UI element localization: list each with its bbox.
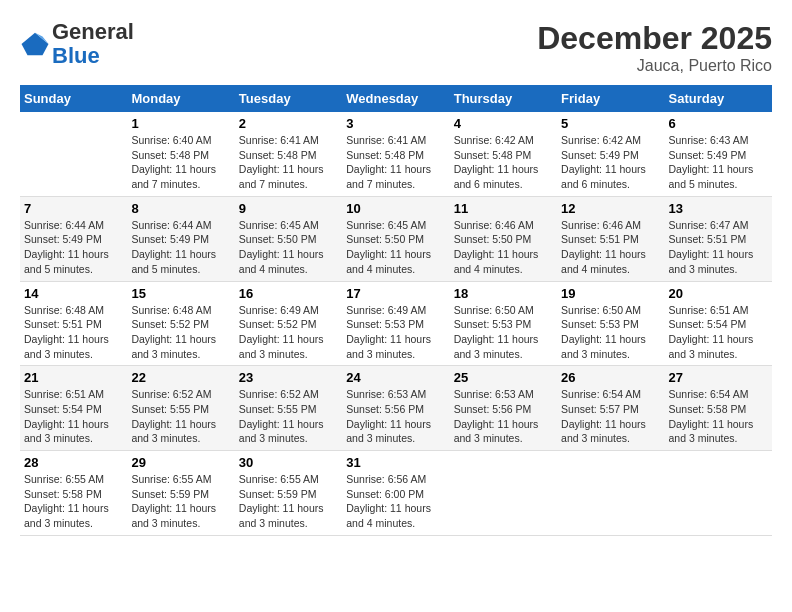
calendar-cell: 12Sunrise: 6:46 AM Sunset: 5:51 PM Dayli… — [557, 196, 664, 281]
day-info: Sunrise: 6:46 AM Sunset: 5:50 PM Dayligh… — [454, 218, 553, 277]
day-info: Sunrise: 6:50 AM Sunset: 5:53 PM Dayligh… — [561, 303, 660, 362]
day-info: Sunrise: 6:42 AM Sunset: 5:49 PM Dayligh… — [561, 133, 660, 192]
header-monday: Monday — [127, 85, 234, 112]
calendar-cell: 9Sunrise: 6:45 AM Sunset: 5:50 PM Daylig… — [235, 196, 342, 281]
day-info: Sunrise: 6:53 AM Sunset: 5:56 PM Dayligh… — [346, 387, 445, 446]
calendar-cell: 25Sunrise: 6:53 AM Sunset: 5:56 PM Dayli… — [450, 366, 557, 451]
day-number: 27 — [669, 370, 768, 385]
calendar-cell: 29Sunrise: 6:55 AM Sunset: 5:59 PM Dayli… — [127, 451, 234, 536]
logo: General Blue — [20, 20, 134, 68]
day-info: Sunrise: 6:48 AM Sunset: 5:52 PM Dayligh… — [131, 303, 230, 362]
day-info: Sunrise: 6:46 AM Sunset: 5:51 PM Dayligh… — [561, 218, 660, 277]
title-block: December 2025 Jauca, Puerto Rico — [537, 20, 772, 75]
calendar-week-row: 21Sunrise: 6:51 AM Sunset: 5:54 PM Dayli… — [20, 366, 772, 451]
day-number: 17 — [346, 286, 445, 301]
day-info: Sunrise: 6:53 AM Sunset: 5:56 PM Dayligh… — [454, 387, 553, 446]
calendar-cell: 23Sunrise: 6:52 AM Sunset: 5:55 PM Dayli… — [235, 366, 342, 451]
calendar-week-row: 7Sunrise: 6:44 AM Sunset: 5:49 PM Daylig… — [20, 196, 772, 281]
day-number: 19 — [561, 286, 660, 301]
calendar-cell: 28Sunrise: 6:55 AM Sunset: 5:58 PM Dayli… — [20, 451, 127, 536]
calendar-cell: 24Sunrise: 6:53 AM Sunset: 5:56 PM Dayli… — [342, 366, 449, 451]
svg-marker-0 — [22, 33, 49, 56]
day-number: 14 — [24, 286, 123, 301]
calendar-cell: 18Sunrise: 6:50 AM Sunset: 5:53 PM Dayli… — [450, 281, 557, 366]
day-number: 13 — [669, 201, 768, 216]
calendar-cell: 19Sunrise: 6:50 AM Sunset: 5:53 PM Dayli… — [557, 281, 664, 366]
day-number: 21 — [24, 370, 123, 385]
calendar-header-row: SundayMondayTuesdayWednesdayThursdayFrid… — [20, 85, 772, 112]
calendar-cell: 8Sunrise: 6:44 AM Sunset: 5:49 PM Daylig… — [127, 196, 234, 281]
calendar-cell: 7Sunrise: 6:44 AM Sunset: 5:49 PM Daylig… — [20, 196, 127, 281]
day-number: 11 — [454, 201, 553, 216]
calendar-cell — [665, 451, 772, 536]
calendar-cell: 15Sunrise: 6:48 AM Sunset: 5:52 PM Dayli… — [127, 281, 234, 366]
header-thursday: Thursday — [450, 85, 557, 112]
day-number: 5 — [561, 116, 660, 131]
day-info: Sunrise: 6:52 AM Sunset: 5:55 PM Dayligh… — [239, 387, 338, 446]
calendar-cell: 20Sunrise: 6:51 AM Sunset: 5:54 PM Dayli… — [665, 281, 772, 366]
day-info: Sunrise: 6:51 AM Sunset: 5:54 PM Dayligh… — [24, 387, 123, 446]
day-info: Sunrise: 6:55 AM Sunset: 5:59 PM Dayligh… — [131, 472, 230, 531]
day-info: Sunrise: 6:41 AM Sunset: 5:48 PM Dayligh… — [239, 133, 338, 192]
calendar-cell: 1Sunrise: 6:40 AM Sunset: 5:48 PM Daylig… — [127, 112, 234, 196]
calendar-cell: 13Sunrise: 6:47 AM Sunset: 5:51 PM Dayli… — [665, 196, 772, 281]
calendar-cell: 3Sunrise: 6:41 AM Sunset: 5:48 PM Daylig… — [342, 112, 449, 196]
header-saturday: Saturday — [665, 85, 772, 112]
day-info: Sunrise: 6:51 AM Sunset: 5:54 PM Dayligh… — [669, 303, 768, 362]
calendar-week-row: 1Sunrise: 6:40 AM Sunset: 5:48 PM Daylig… — [20, 112, 772, 196]
day-number: 31 — [346, 455, 445, 470]
month-title: December 2025 — [537, 20, 772, 57]
calendar-cell: 14Sunrise: 6:48 AM Sunset: 5:51 PM Dayli… — [20, 281, 127, 366]
day-number: 22 — [131, 370, 230, 385]
day-number: 10 — [346, 201, 445, 216]
header-sunday: Sunday — [20, 85, 127, 112]
calendar-cell — [450, 451, 557, 536]
day-info: Sunrise: 6:49 AM Sunset: 5:53 PM Dayligh… — [346, 303, 445, 362]
header-friday: Friday — [557, 85, 664, 112]
calendar-week-row: 14Sunrise: 6:48 AM Sunset: 5:51 PM Dayli… — [20, 281, 772, 366]
location: Jauca, Puerto Rico — [537, 57, 772, 75]
page-header: General Blue December 2025 Jauca, Puerto… — [20, 20, 772, 75]
header-wednesday: Wednesday — [342, 85, 449, 112]
calendar-cell: 26Sunrise: 6:54 AM Sunset: 5:57 PM Dayli… — [557, 366, 664, 451]
calendar-cell: 21Sunrise: 6:51 AM Sunset: 5:54 PM Dayli… — [20, 366, 127, 451]
day-info: Sunrise: 6:55 AM Sunset: 5:58 PM Dayligh… — [24, 472, 123, 531]
calendar-cell — [557, 451, 664, 536]
calendar-cell: 22Sunrise: 6:52 AM Sunset: 5:55 PM Dayli… — [127, 366, 234, 451]
day-info: Sunrise: 6:43 AM Sunset: 5:49 PM Dayligh… — [669, 133, 768, 192]
day-number: 6 — [669, 116, 768, 131]
day-info: Sunrise: 6:40 AM Sunset: 5:48 PM Dayligh… — [131, 133, 230, 192]
header-tuesday: Tuesday — [235, 85, 342, 112]
calendar-cell: 31Sunrise: 6:56 AM Sunset: 6:00 PM Dayli… — [342, 451, 449, 536]
day-info: Sunrise: 6:45 AM Sunset: 5:50 PM Dayligh… — [346, 218, 445, 277]
day-info: Sunrise: 6:47 AM Sunset: 5:51 PM Dayligh… — [669, 218, 768, 277]
calendar-cell: 6Sunrise: 6:43 AM Sunset: 5:49 PM Daylig… — [665, 112, 772, 196]
day-info: Sunrise: 6:56 AM Sunset: 6:00 PM Dayligh… — [346, 472, 445, 531]
calendar-cell: 2Sunrise: 6:41 AM Sunset: 5:48 PM Daylig… — [235, 112, 342, 196]
day-info: Sunrise: 6:41 AM Sunset: 5:48 PM Dayligh… — [346, 133, 445, 192]
day-number: 20 — [669, 286, 768, 301]
calendar-cell: 10Sunrise: 6:45 AM Sunset: 5:50 PM Dayli… — [342, 196, 449, 281]
day-info: Sunrise: 6:44 AM Sunset: 5:49 PM Dayligh… — [131, 218, 230, 277]
logo-icon — [20, 29, 50, 59]
day-number: 9 — [239, 201, 338, 216]
day-info: Sunrise: 6:44 AM Sunset: 5:49 PM Dayligh… — [24, 218, 123, 277]
day-number: 15 — [131, 286, 230, 301]
day-number: 3 — [346, 116, 445, 131]
calendar-cell — [20, 112, 127, 196]
day-number: 12 — [561, 201, 660, 216]
day-number: 16 — [239, 286, 338, 301]
calendar-cell: 4Sunrise: 6:42 AM Sunset: 5:48 PM Daylig… — [450, 112, 557, 196]
day-info: Sunrise: 6:54 AM Sunset: 5:58 PM Dayligh… — [669, 387, 768, 446]
day-number: 23 — [239, 370, 338, 385]
day-number: 26 — [561, 370, 660, 385]
day-info: Sunrise: 6:48 AM Sunset: 5:51 PM Dayligh… — [24, 303, 123, 362]
calendar-cell: 27Sunrise: 6:54 AM Sunset: 5:58 PM Dayli… — [665, 366, 772, 451]
day-number: 7 — [24, 201, 123, 216]
day-info: Sunrise: 6:45 AM Sunset: 5:50 PM Dayligh… — [239, 218, 338, 277]
day-number: 4 — [454, 116, 553, 131]
logo-general-text: General — [52, 20, 134, 44]
day-number: 29 — [131, 455, 230, 470]
day-number: 25 — [454, 370, 553, 385]
calendar-cell: 16Sunrise: 6:49 AM Sunset: 5:52 PM Dayli… — [235, 281, 342, 366]
